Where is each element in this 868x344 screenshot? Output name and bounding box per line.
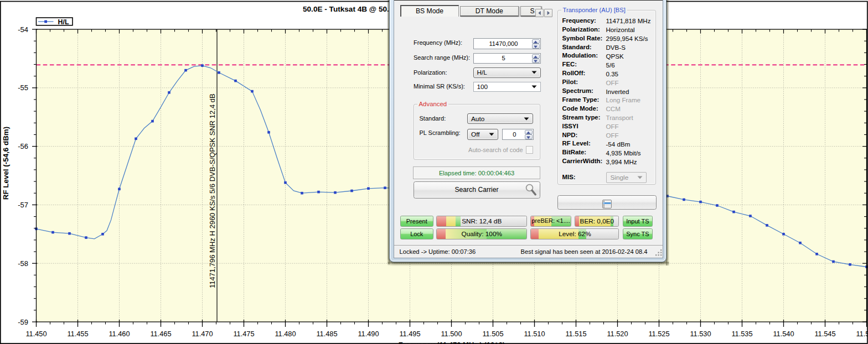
svg-text:11.455: 11.455 [67,330,88,338]
svg-text:11.510: 11.510 [524,330,545,338]
svg-text:11.475: 11.475 [233,330,254,338]
svg-text:11.505: 11.505 [482,330,503,338]
svg-text:RF Level (-54,6 dBm): RF Level (-54,6 dBm) [2,127,10,200]
svg-text:11.490: 11.490 [358,330,379,338]
svg-text:11.495: 11.495 [399,330,420,338]
svg-text:-57: -57 [18,201,28,209]
svg-text:11.485: 11.485 [316,330,337,338]
svg-text:H/L: H/L [58,18,69,26]
svg-text:11.465: 11.465 [150,330,171,338]
svg-text:11.530: 11.530 [690,330,711,338]
svg-text:11.525: 11.525 [648,330,669,338]
svg-text:-54: -54 [18,25,28,34]
svg-text:11.500: 11.500 [441,330,462,338]
svg-text:-59: -59 [18,318,28,326]
svg-text:50.0E - Tutksat 4B @ 50.0E: 50.0E - Tutksat 4B @ 50.0E [303,5,398,13]
svg-text:11.515: 11.515 [565,330,586,338]
svg-text:-56: -56 [18,142,28,150]
svg-text:-58: -58 [18,259,28,268]
svg-text:11.450: 11.450 [25,330,46,338]
svg-text:11.520: 11.520 [607,330,628,338]
svg-text:11.460: 11.460 [108,330,130,338]
svg-text:11471,796 MHz H 2960 KS/s 5/6: 11471,796 MHz H 2960 KS/s 5/6 DVB-S/QPSK… [208,93,216,288]
svg-text:11.540: 11.540 [773,330,794,338]
svg-text:-55: -55 [18,84,28,92]
svg-text:11.535: 11.535 [731,330,752,338]
svg-text:11.480: 11.480 [275,330,296,338]
svg-text:11.470: 11.470 [192,330,213,338]
svg-text:11.545: 11.545 [814,330,835,338]
svg-text:11.550: 11.550 [856,330,868,338]
